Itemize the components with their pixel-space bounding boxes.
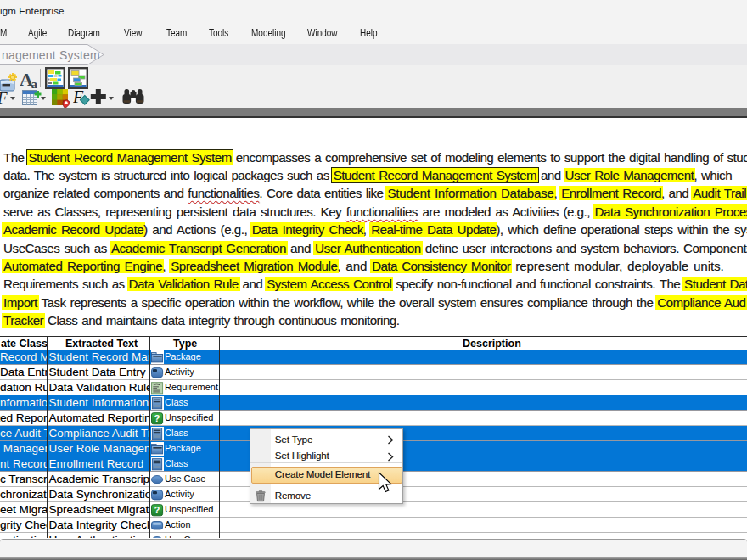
svg-text:a: a <box>31 77 38 91</box>
svg-text:F: F <box>0 90 8 107</box>
